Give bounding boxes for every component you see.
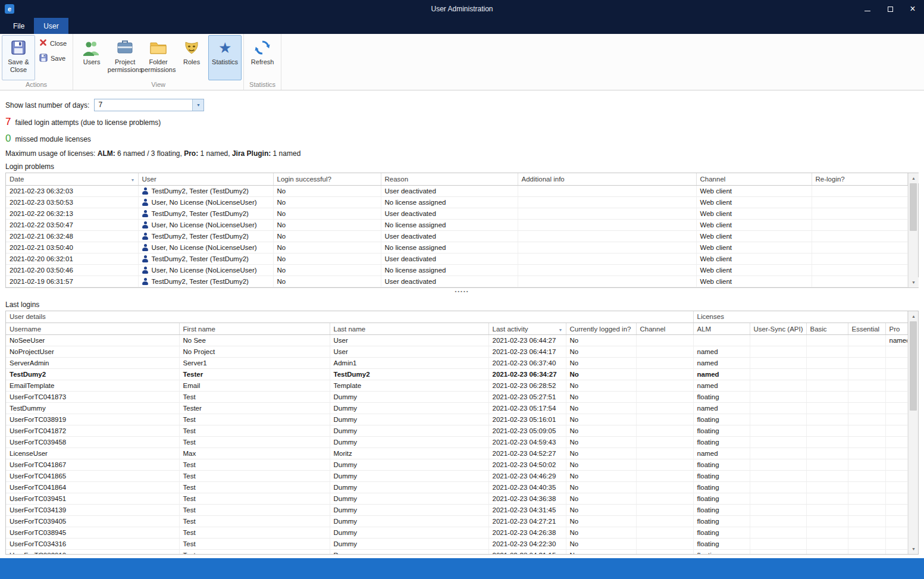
roles-button[interactable]: Roles	[175, 35, 208, 80]
login-problem-row[interactable]: 2021-02-23 03:50:53User, No License (NoL…	[6, 196, 908, 208]
scroll-up-icon[interactable]: ▲	[909, 311, 919, 321]
column-header-last-activity[interactable]: Last activity▼	[488, 323, 566, 335]
column-header-user[interactable]: User	[138, 173, 273, 185]
save-and-close-button[interactable]: Save & Close	[2, 35, 35, 80]
login-problem-row[interactable]: 2021-02-23 06:32:03TestDumy2, Tester (Te…	[6, 185, 908, 196]
last-login-row[interactable]: UserForTC039458TestDummy2021-02-23 04:59…	[6, 437, 908, 448]
column-header-last-name[interactable]: Last name	[330, 323, 488, 335]
column-header-user-sync[interactable]: User-Sync (API)	[750, 323, 806, 335]
scroll-down-icon[interactable]: ▼	[909, 544, 919, 554]
scroll-down-icon[interactable]: ▼	[909, 277, 919, 287]
relogin-cell	[812, 185, 908, 196]
login-problem-row[interactable]: 2021-02-22 03:50:47User, No License (NoL…	[6, 219, 908, 230]
date-cell: 2021-02-22 03:50:47	[6, 219, 138, 230]
first-name-cell: No Project	[179, 346, 330, 358]
username-cell: UserForTC038919	[6, 414, 179, 425]
column-header-channel[interactable]: Channel	[696, 173, 812, 185]
last-login-row[interactable]: ServerAdminServer1Admin12021-02-23 06:37…	[6, 358, 908, 369]
login-problem-row[interactable]: 2021-02-22 06:32:13TestDumy2, Tester (Te…	[6, 208, 908, 219]
last-login-row[interactable]: UserForTC041864TestDummy2021-02-23 04:40…	[6, 482, 908, 493]
last-login-row[interactable]: UserForTC039451TestDummy2021-02-23 04:36…	[6, 493, 908, 505]
sort-desc-icon[interactable]: ▼	[559, 328, 563, 332]
user-cell: TestDumy2, Tester (TestDumy2)	[138, 253, 273, 264]
pro-cell	[885, 505, 908, 516]
tab-user[interactable]: User	[34, 18, 68, 34]
last-name-cell: Dummy	[330, 392, 488, 403]
maximize-button[interactable]	[879, 0, 901, 18]
users-button[interactable]: Users	[75, 35, 108, 80]
scrollbar-thumb[interactable]	[910, 183, 917, 231]
combo-dropdown-button[interactable]: ▼	[192, 99, 203, 111]
last-login-row[interactable]: TestDumy2TesterTestDumy22021-02-23 06:34…	[6, 369, 908, 380]
last-login-row[interactable]: UserForTC034139TestDummy2021-02-23 04:31…	[6, 505, 908, 516]
last-login-row[interactable]: UserForTC038919TestDummy2021-02-23 05:16…	[6, 414, 908, 425]
column-header-essential[interactable]: Essential	[848, 323, 885, 335]
column-header-date[interactable]: Date▼	[6, 173, 138, 185]
last-login-row[interactable]: NoProjectUserNo ProjectUser2021-02-23 06…	[6, 346, 908, 358]
essential-cell	[848, 471, 885, 482]
tab-file[interactable]: File	[4, 18, 34, 34]
column-header-first-name[interactable]: First name	[179, 323, 330, 335]
column-header-additional-info[interactable]: Additional info	[518, 173, 696, 185]
login-problem-row[interactable]: 2021-02-21 03:50:40User, No License (NoL…	[6, 242, 908, 253]
channel-cell	[636, 403, 693, 414]
user-sync-cell	[750, 516, 806, 527]
refresh-button[interactable]: Refresh	[246, 35, 279, 80]
column-header-reason[interactable]: Reason	[381, 173, 518, 185]
last-login-row[interactable]: UserForTC041867TestDummy2021-02-23 04:50…	[6, 459, 908, 471]
additional-info-cell	[518, 208, 696, 219]
login-problems-scrollbar[interactable]: ▲ ▼	[908, 173, 918, 287]
scroll-up-icon[interactable]: ▲	[909, 173, 919, 183]
login-problem-row[interactable]: 2021-02-19 06:31:57TestDumy2, Tester (Te…	[6, 276, 908, 287]
login-problems-scroll-track[interactable]	[909, 183, 918, 277]
last-login-row[interactable]: UserForTC034316TestDummy2021-02-23 04:22…	[6, 539, 908, 550]
project-permissions-button[interactable]: Project permissions	[108, 35, 142, 80]
folder-permissions-button[interactable]: Folder permissions	[142, 35, 175, 80]
save-button[interactable]: Save	[36, 52, 70, 64]
column-header-currently-logged-in[interactable]: Currently logged in?	[566, 323, 636, 335]
channel-cell: Web client	[696, 196, 812, 208]
last-logins-header-row: Username First name Last name Last activ…	[6, 323, 908, 335]
column-header-basic[interactable]: Basic	[806, 323, 848, 335]
login-problem-row[interactable]: 2021-02-21 06:32:48TestDumy2, Tester (Te…	[6, 230, 908, 242]
essential-cell	[848, 539, 885, 550]
first-name-cell: Test	[179, 471, 330, 482]
column-header-channel[interactable]: Channel	[636, 323, 693, 335]
pro-cell	[885, 482, 908, 493]
column-header-pro[interactable]: Pro	[885, 323, 908, 335]
minimize-button[interactable]	[856, 0, 879, 18]
username-cell: UserForTC041872	[6, 425, 179, 437]
last-login-row[interactable]: UserForTC038945TestDummy2021-02-23 04:26…	[6, 527, 908, 539]
scrollbar-thumb[interactable]	[910, 321, 917, 411]
close-button[interactable]: ×	[901, 0, 924, 18]
statistics-button[interactable]: ★ Statistics	[208, 35, 242, 80]
login-problem-row[interactable]: 2021-02-20 06:32:01TestDumy2, Tester (Te…	[6, 253, 908, 264]
last-logins-scrollbar[interactable]: ▲ ▼	[908, 311, 918, 554]
pro-cell	[885, 380, 908, 392]
column-header-username[interactable]: Username	[6, 323, 179, 335]
last-login-row[interactable]: UserForTC041873TestDummy2021-02-23 05:27…	[6, 392, 908, 403]
column-header-login-successful[interactable]: Login successful?	[273, 173, 381, 185]
last-name-cell: Dummy	[330, 527, 488, 539]
days-combobox[interactable]: 7 ▼	[94, 99, 204, 111]
channel-cell	[636, 482, 693, 493]
last-login-row[interactable]: UserForTC039405TestDummy2021-02-23 04:27…	[6, 516, 908, 527]
last-login-row[interactable]: UserForTC032910TestDummy2021-02-23 04:21…	[6, 550, 908, 554]
close-ribbon-button[interactable]: Close	[36, 37, 70, 49]
splitter-handle[interactable]: •••••	[5, 288, 919, 296]
last-login-row[interactable]: TestDummyTesterDummy2021-02-23 05:17:54N…	[6, 403, 908, 414]
last-logins-scroll-track[interactable]	[909, 321, 918, 544]
last-login-row[interactable]: LicenseUserMaxMoritz2021-02-23 04:52:27N…	[6, 448, 908, 459]
channel-cell	[636, 448, 693, 459]
user-sync-cell	[750, 471, 806, 482]
last-login-row[interactable]: UserForTC041872TestDummy2021-02-23 05:09…	[6, 425, 908, 437]
last-login-row[interactable]: EmailTemplateEmailTemplate2021-02-23 06:…	[6, 380, 908, 392]
column-header-alm[interactable]: ALM	[693, 323, 750, 335]
last-login-row[interactable]: NoSeeUserNo SeeUser2021-02-23 06:44:27No…	[6, 335, 908, 346]
minimize-icon	[865, 11, 870, 11]
last-login-row[interactable]: UserForTC041865TestDummy2021-02-23 04:46…	[6, 471, 908, 482]
app-icon[interactable]: e	[5, 4, 14, 14]
sort-desc-icon[interactable]: ▼	[131, 178, 135, 182]
login-problem-row[interactable]: 2021-02-20 03:50:46User, No License (NoL…	[6, 264, 908, 276]
column-header-relogin[interactable]: Re-login?	[812, 173, 908, 185]
